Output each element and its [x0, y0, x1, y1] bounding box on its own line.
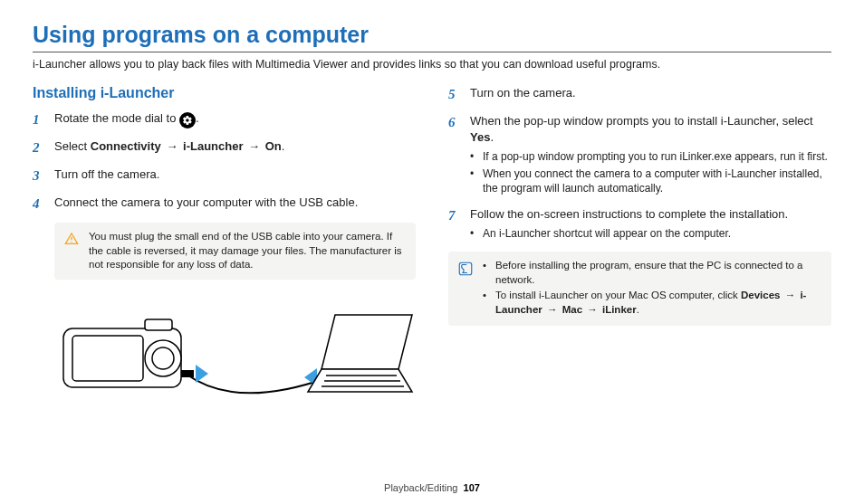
bullet-dot: •	[470, 166, 477, 195]
arrow-icon: →	[246, 139, 262, 153]
info-text-pre: To install i-Launcher on your Mac OS com…	[495, 290, 741, 300]
info-text-post: .	[637, 304, 639, 315]
left-column: Installing i-Launcher 1 Rotate the mode …	[33, 85, 416, 404]
content-columns: Installing i-Launcher 1 Rotate the mode …	[33, 85, 831, 404]
divider	[33, 52, 831, 52]
step-body: Select Connectivity → i-Launcher → On.	[54, 138, 416, 157]
section-title-install: Installing i-Launcher	[33, 85, 416, 101]
arrow-icon: →	[585, 304, 600, 315]
svg-rect-3	[72, 336, 143, 381]
step-text-post: .	[196, 111, 199, 125]
svg-rect-6	[145, 319, 172, 330]
step-sub-bullets: •If a pop-up window prompting you to run…	[470, 149, 831, 195]
arrow-icon: →	[545, 304, 560, 315]
info-bullet-text: To install i-Launcher on your Mac OS com…	[495, 289, 822, 317]
sub-bullet-text: When you connect the camera to a compute…	[483, 166, 831, 195]
step-text: Select	[54, 139, 91, 153]
step-sub-bullets: •An i-Launcher shortcut will appear on t…	[470, 226, 831, 241]
step-number: 5	[448, 85, 461, 104]
sub-bullet-text: An i-Launcher shortcut will appear on th…	[483, 226, 731, 241]
step-body: Connect the camera to your computer with…	[54, 195, 416, 214]
step-body: Turn off the camera.	[54, 166, 416, 185]
warning-text: You must plug the small end of the USB c…	[89, 230, 407, 272]
menu-connectivity: Connectivity	[91, 139, 161, 153]
step-text-post: .	[490, 130, 494, 144]
prompt-yes: Yes	[470, 130, 490, 144]
step-6: 6 When the pop-up window prompts you to …	[448, 113, 831, 197]
step-number: 4	[33, 195, 45, 214]
warning-icon	[63, 230, 80, 272]
step-text-post: .	[282, 139, 285, 153]
usb-connection-illustration	[54, 292, 416, 404]
step-body: Follow the on-screen instructions to com…	[470, 206, 831, 242]
step-text: When the pop-up window prompts you to in…	[470, 114, 813, 128]
step-body: When the pop-up window prompts you to in…	[470, 113, 831, 197]
step-4: 4 Connect the camera to your computer wi…	[33, 195, 416, 214]
step-number: 3	[33, 166, 45, 185]
page-footer: Playback/Editing 107	[0, 482, 864, 493]
info-text: •Before installing the program, ensure t…	[483, 259, 822, 319]
step-number: 2	[33, 138, 45, 157]
bullet-dot: •	[483, 259, 490, 287]
menu-on: On	[265, 139, 282, 153]
bullet-dot: •	[470, 226, 477, 241]
info-bullet-text: Before installing the program, ensure th…	[495, 259, 822, 287]
step-number: 1	[33, 110, 45, 129]
menu-devices: Devices	[741, 290, 780, 300]
step-text: Rotate the mode dial to	[54, 111, 179, 125]
svg-marker-9	[196, 365, 208, 383]
svg-point-5	[152, 347, 174, 369]
step-number: 7	[448, 206, 461, 242]
page-number: 107	[464, 482, 480, 493]
info-note: •Before installing the program, ensure t…	[448, 252, 831, 326]
bullet-dot: •	[470, 149, 477, 164]
warning-note: You must plug the small end of the USB c…	[54, 223, 416, 280]
arrow-icon: →	[783, 290, 798, 300]
step-body: Turn on the camera.	[470, 85, 831, 104]
mode-dial-settings-icon	[179, 112, 196, 128]
svg-point-1	[71, 242, 72, 242]
menu-ilauncher: i-Launcher	[183, 139, 243, 153]
bullet-dot: •	[483, 289, 490, 317]
page-title: Using programs on a computer	[33, 22, 831, 48]
step-7: 7 Follow the on-screen instructions to c…	[448, 206, 831, 242]
intro-text: i-Launcher allows you to play back files…	[33, 58, 831, 71]
arrow-icon: →	[164, 139, 179, 153]
step-number: 6	[448, 113, 461, 197]
footer-section: Playback/Editing	[384, 482, 457, 493]
info-icon	[457, 259, 474, 319]
step-1: 1 Rotate the mode dial to .	[33, 110, 416, 129]
sub-bullet-text: If a pop-up window prompting you to run …	[483, 149, 828, 164]
svg-rect-7	[181, 370, 194, 377]
step-text: Follow the on-screen instructions to com…	[470, 207, 788, 221]
step-body: Rotate the mode dial to .	[54, 110, 416, 129]
step-2: 2 Select Connectivity → i-Launcher → On.	[33, 138, 416, 157]
step-5: 5 Turn on the camera.	[448, 85, 831, 104]
right-column: 5 Turn on the camera. 6 When the pop-up …	[448, 85, 831, 404]
menu-ilinker: iLinker	[602, 304, 637, 315]
menu-mac: Mac	[562, 304, 582, 315]
step-3: 3 Turn off the camera.	[33, 166, 416, 185]
